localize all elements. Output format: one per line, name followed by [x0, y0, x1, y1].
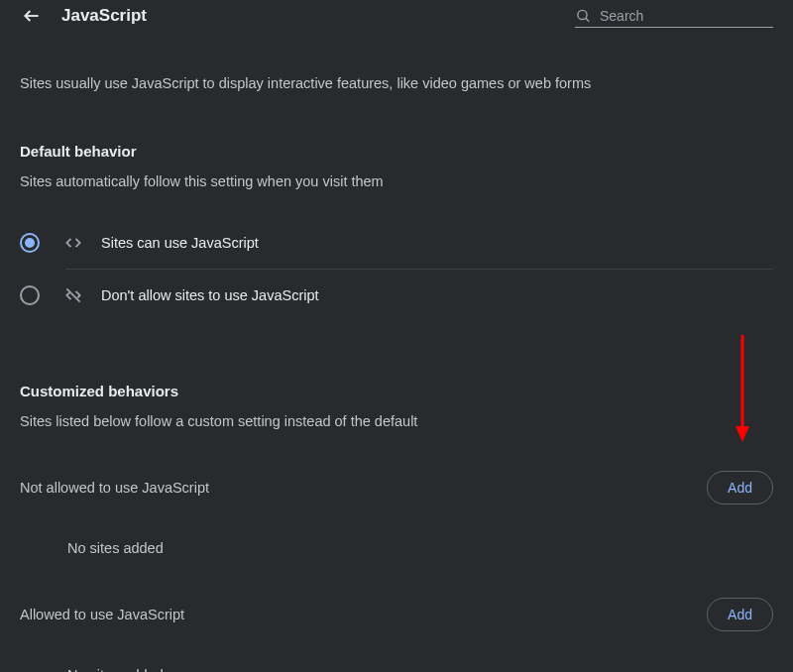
customized-subtext: Sites listed below follow a custom setti…	[20, 413, 773, 429]
page-title: JavaScript	[61, 6, 147, 26]
customized-heading: Customized behaviors	[20, 383, 773, 399]
add-allowed-button[interactable]: Add	[707, 598, 773, 631]
default-behavior-heading: Default behavior	[20, 143, 773, 160]
search-icon	[575, 7, 592, 25]
svg-point-1	[578, 10, 587, 19]
code-off-icon	[63, 285, 83, 305]
allowed-empty: No sites added	[67, 667, 773, 672]
radio-block-label: Don't allow sites to use JavaScript	[101, 287, 319, 303]
svg-line-2	[586, 18, 589, 21]
svg-line-3	[66, 288, 79, 301]
allowed-label: Allowed to use JavaScript	[20, 607, 184, 622]
radio-indicator	[20, 285, 40, 305]
default-behavior-subtext: Sites automatically follow this setting …	[20, 173, 773, 189]
code-icon	[63, 233, 83, 253]
radio-indicator-selected	[20, 233, 40, 253]
search-field[interactable]	[575, 5, 773, 28]
back-button[interactable]	[20, 4, 44, 28]
page-description: Sites usually use JavaScript to display …	[20, 75, 773, 91]
not-allowed-empty: No sites added	[67, 540, 773, 556]
radio-allow-js[interactable]: Sites can use JavaScript	[20, 217, 773, 269]
radio-block-js[interactable]: Don't allow sites to use JavaScript	[20, 270, 773, 321]
add-not-allowed-button[interactable]: Add	[707, 471, 773, 504]
not-allowed-label: Not allowed to use JavaScript	[20, 480, 209, 496]
radio-allow-label: Sites can use JavaScript	[101, 235, 259, 251]
search-input[interactable]	[600, 8, 773, 24]
arrow-left-icon	[22, 6, 42, 26]
